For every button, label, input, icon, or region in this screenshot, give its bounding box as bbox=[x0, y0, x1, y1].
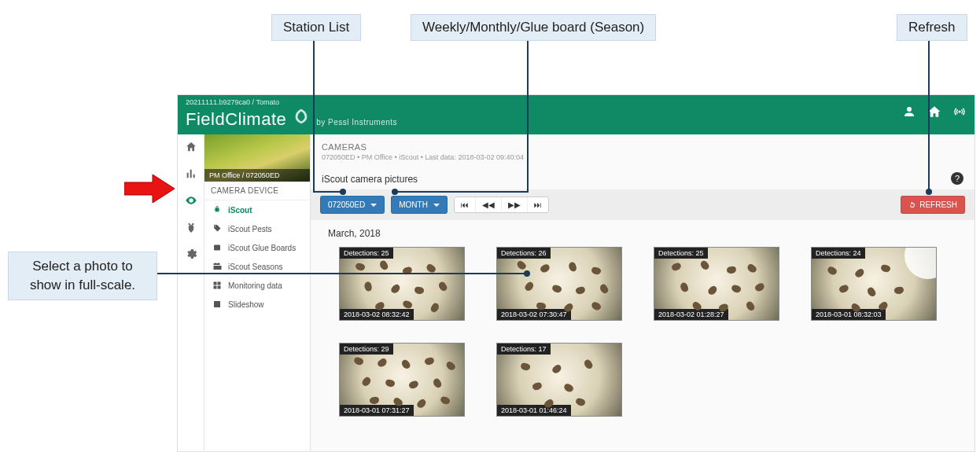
thumbnail-grid: Detections: 252018-03-02 08:32:42Detecti… bbox=[311, 242, 974, 432]
lead-line bbox=[928, 36, 930, 191]
nav-home-icon[interactable] bbox=[183, 139, 199, 155]
nav-eye-icon[interactable] bbox=[183, 193, 199, 208]
thumbnail[interactable]: Detections: 242018-03-01 08:32:03 bbox=[811, 247, 937, 321]
thumbnail[interactable]: Detections: 252018-03-02 01:28:27 bbox=[654, 247, 779, 321]
lead-line bbox=[313, 191, 343, 193]
nav-stats-icon[interactable] bbox=[183, 166, 199, 182]
topbar: 20211111.b9279ca0 / Tomato FieldClimate … bbox=[178, 95, 974, 134]
thumbnail[interactable]: Detections: 262018-03-02 07:30:47 bbox=[496, 247, 622, 321]
detections-badge: Detections: 25 bbox=[340, 248, 393, 259]
timestamp-badge: 2018-03-02 08:32:42 bbox=[340, 309, 414, 320]
lead-line bbox=[395, 191, 529, 193]
sidebar-item-label: Monitoring data bbox=[228, 281, 282, 290]
station-dropdown[interactable]: 072050ED bbox=[320, 196, 385, 214]
nav-plant-icon[interactable] bbox=[183, 219, 199, 235]
lead-line bbox=[527, 36, 529, 191]
thumbnail[interactable]: Detections: 292018-03-01 07:31:27 bbox=[339, 343, 465, 417]
timestamp-badge: 2018-03-02 01:28:27 bbox=[654, 309, 728, 320]
chevron-down-icon bbox=[433, 204, 440, 207]
station-hero[interactable]: PM Office / 072050ED bbox=[204, 134, 310, 182]
user-icon[interactable] bbox=[902, 105, 916, 122]
sidebar-item-label: iScout Pests bbox=[228, 225, 272, 233]
timestamp-badge: 2018-03-02 07:30:47 bbox=[497, 309, 571, 320]
detections-badge: Detections: 29 bbox=[340, 344, 393, 355]
lead-line bbox=[157, 273, 527, 274]
sidebar-item-glueboards[interactable]: iScout Glue Boards bbox=[204, 238, 310, 257]
sidebar-item-label: iScout Glue Boards bbox=[228, 244, 296, 252]
lead-dot bbox=[392, 189, 398, 195]
grid-icon bbox=[212, 281, 222, 290]
pager-last[interactable]: ⏭ bbox=[528, 197, 548, 212]
logo: FieldClimate by Pessl Instruments bbox=[186, 108, 397, 130]
side-section-head: CAMERA DEVICE bbox=[204, 182, 310, 200]
pager-first[interactable]: ⏮ bbox=[455, 197, 476, 212]
help-icon[interactable]: ? bbox=[951, 172, 963, 185]
bug-icon bbox=[212, 205, 222, 215]
svg-marker-0 bbox=[124, 175, 175, 203]
pager-next[interactable]: ▶▶ bbox=[502, 197, 528, 212]
chevron-down-icon bbox=[370, 204, 377, 207]
refresh-button[interactable]: REFRESH bbox=[901, 196, 965, 214]
refresh-icon bbox=[908, 201, 916, 209]
detections-badge: Detections: 25 bbox=[654, 248, 708, 259]
timestamp-badge: 2018-03-01 07:31:27 bbox=[340, 405, 414, 416]
detections-badge: Detections: 17 bbox=[497, 344, 551, 355]
sidebar-item-label: iScout bbox=[228, 206, 252, 215]
annotation-period: Weekly/Monthly/Glue board (Season) bbox=[411, 14, 656, 41]
annotation-refresh: Refresh bbox=[897, 14, 967, 41]
sidebar-item-iscout[interactable]: iScout bbox=[204, 200, 310, 219]
annotation-station-list: Station List bbox=[271, 14, 361, 41]
pager: ⏮ ◀◀ ▶▶ ⏭ bbox=[454, 197, 549, 213]
period-label: March, 2018 bbox=[311, 220, 974, 242]
broadcast-icon[interactable] bbox=[952, 105, 967, 122]
main-area: CAMERAS 072050ED • PM Office • iScout • … bbox=[311, 134, 974, 451]
film-icon bbox=[212, 299, 222, 309]
toolbar: 072050ED MONTH ⏮ ◀◀ ▶▶ ⏭ REFRESH bbox=[311, 189, 974, 220]
svg-rect-1 bbox=[214, 245, 220, 251]
annotation-select-photo: Select a photo to show in full-scale. bbox=[8, 252, 157, 300]
sidebar-item-monitoring[interactable]: Monitoring data bbox=[204, 276, 310, 295]
detections-badge: Detections: 24 bbox=[812, 248, 865, 259]
thumbnail[interactable]: Detections: 252018-03-02 08:32:42 bbox=[339, 247, 465, 321]
main-heading: CAMERAS bbox=[322, 142, 963, 152]
nav-rail bbox=[178, 134, 204, 451]
sidebar-item-label: iScout Seasons bbox=[228, 263, 283, 271]
section-title: iScout camera pictures bbox=[322, 174, 418, 185]
tag-icon bbox=[212, 224, 222, 233]
breadcrumb: 20211111.b9279ca0 / Tomato bbox=[186, 98, 279, 106]
timestamp-badge: 2018-03-01 08:32:03 bbox=[812, 309, 886, 320]
main-subheading: 072050ED • PM Office • iScout • Last dat… bbox=[322, 153, 963, 161]
board-icon bbox=[212, 243, 222, 252]
detections-badge: Detections: 26 bbox=[497, 248, 551, 259]
station-hero-label: PM Office / 072050ED bbox=[204, 169, 310, 182]
lead-dot bbox=[340, 189, 346, 195]
period-dropdown[interactable]: MONTH bbox=[391, 196, 448, 214]
lead-dot bbox=[926, 189, 932, 195]
leaf-icon bbox=[293, 108, 310, 125]
lead-dot bbox=[524, 270, 530, 277]
sidebar-item-pests[interactable]: iScout Pests bbox=[204, 219, 310, 238]
sidebar-item-label: Slideshow bbox=[228, 300, 264, 309]
timestamp-badge: 2018-03-01 01:46:24 bbox=[497, 405, 571, 416]
calendar-icon bbox=[212, 262, 222, 271]
annotation-arrow-icon bbox=[124, 175, 175, 203]
pager-prev[interactable]: ◀◀ bbox=[476, 197, 502, 212]
sidebar-item-slideshow[interactable]: Slideshow bbox=[204, 295, 310, 314]
nav-settings-icon[interactable] bbox=[183, 246, 199, 262]
thumbnail[interactable]: Detections: 172018-03-01 01:46:24 bbox=[496, 343, 622, 417]
lead-line bbox=[313, 36, 315, 191]
side-panel: PM Office / 072050ED CAMERA DEVICE iScou… bbox=[204, 134, 311, 451]
